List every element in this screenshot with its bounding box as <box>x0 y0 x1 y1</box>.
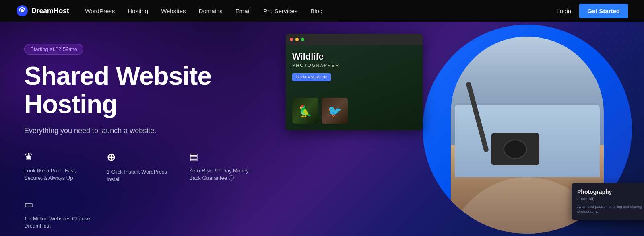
brand-name: DreamHost <box>31 7 69 15</box>
nav-item-pro-services[interactable]: Pro Services <box>263 8 297 14</box>
money-back-icon: ▤ <box>189 151 256 162</box>
hero-subtitle: Everything you need to launch a website. <box>24 127 278 135</box>
hero-visual: Wildlife PHOTOGRAPHER BOOK A SESSION Pho… <box>282 22 644 236</box>
logo[interactable]: DreamHost <box>16 5 69 17</box>
feature-million-sites: ▭ 1.5 Million Websites Choose DreamHost <box>24 199 91 230</box>
bird-thumb-2 <box>322 98 348 124</box>
feature-pro: ♛ Look like a Pro – Fast, Secure, & Alwa… <box>24 151 91 183</box>
photo-card-description: As an avid passion of telling and sharin… <box>577 204 644 214</box>
feature-wordpress-text: 1-Click Instant WordPress Install <box>107 168 173 183</box>
feature-wordpress: ⊕ 1-Click Instant WordPress Install <box>107 151 173 183</box>
feature-pro-text: Look like a Pro – Fast, Secure, & Always… <box>24 167 91 182</box>
photo-card-title: Photography <box>577 189 644 195</box>
browser-icon: ▭ <box>24 199 91 210</box>
svg-point-1 <box>21 9 24 12</box>
screenshot-body: Wildlife PHOTOGRAPHER BOOK A SESSION <box>286 45 423 130</box>
nav-links: WordPress Hosting Websites Domains Email… <box>85 8 556 14</box>
photography-card: Photography (fotografi) As an avid passi… <box>572 183 644 220</box>
feature-money-back: ▤ Zero-Risk, 97-Day Money-Back Guarantee… <box>189 151 256 183</box>
navbar: DreamHost WordPress Hosting Websites Dom… <box>0 0 644 22</box>
photo-card-subtitle: (fotografi) <box>577 197 644 201</box>
screenshot-header <box>286 34 423 45</box>
nav-item-hosting[interactable]: Hosting <box>128 8 148 14</box>
nav-right: Login Get Started <box>556 4 628 18</box>
feature-money-back-text: Zero-Risk, 97-Day Money-Back Guarantee ⓘ <box>189 167 256 182</box>
wordpress-icon: ⊕ <box>107 151 173 164</box>
nav-item-websites[interactable]: Websites <box>161 8 186 14</box>
nav-item-email[interactable]: Email <box>235 8 251 14</box>
dreamhost-logo-icon <box>16 5 28 17</box>
hero-title: Shared Website Hosting <box>24 62 278 119</box>
features-row: ♛ Look like a Pro – Fast, Secure, & Alwa… <box>24 151 278 230</box>
crown-icon: ♛ <box>24 151 91 162</box>
wildlife-title: Wildlife PHOTOGRAPHER <box>292 51 416 68</box>
hero-content: Starting at $2.59/mo Shared Website Host… <box>0 22 302 236</box>
price-badge: Starting at $2.59/mo <box>24 44 83 55</box>
wildlife-screenshot: Wildlife PHOTOGRAPHER BOOK A SESSION <box>286 34 423 130</box>
get-started-button[interactable]: Get Started <box>579 4 628 18</box>
nav-item-blog[interactable]: Blog <box>310 8 322 14</box>
login-button[interactable]: Login <box>556 8 571 14</box>
camera-lens <box>503 139 527 159</box>
hero-section: Starting at $2.59/mo Shared Website Host… <box>0 22 644 236</box>
nav-item-domains[interactable]: Domains <box>199 8 223 14</box>
feature-million-sites-text: 1.5 Million Websites Choose DreamHost <box>24 215 91 230</box>
nav-item-wordpress[interactable]: WordPress <box>85 8 115 14</box>
